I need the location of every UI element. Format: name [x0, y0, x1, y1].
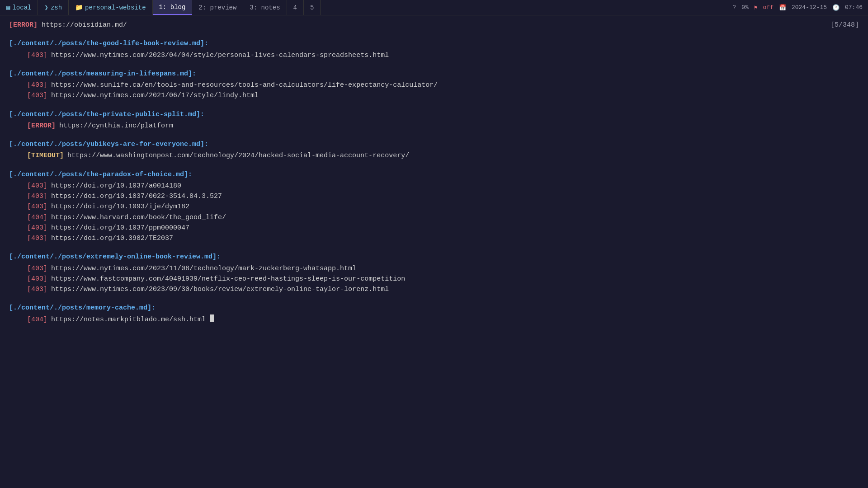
- status-code-error: [ERROR]: [27, 121, 56, 131]
- tab-4-label: 4: [293, 4, 297, 11]
- top-error-tag: [ERROR]: [9, 21, 38, 29]
- url: https://www.nytimes.com/2021/06/17/style…: [51, 90, 259, 101]
- url: https://www.harvard.com/book/the_good_li…: [51, 212, 226, 223]
- log-line: [403] https://doi.org/10.1093/ije/dym182: [9, 202, 859, 212]
- url: https://doi.org/10.1093/ije/dym182: [51, 202, 189, 212]
- status-code: [403]: [27, 223, 47, 233]
- status-code: [403]: [27, 191, 47, 202]
- top-error-row: [ERROR] https://obisidian.md/ [5/348]: [9, 20, 859, 30]
- log-line: [403] https://www.sunlife.ca/en/tools-an…: [9, 80, 859, 90]
- log-line: [TIMEOUT] https://www.washingtonpost.com…: [9, 150, 859, 161]
- tab-local-label: local: [12, 4, 31, 11]
- url: https://doi.org/10.1037/0022-3514.84.3.5…: [51, 191, 222, 202]
- cpu-percent: 0%: [741, 4, 749, 11]
- status-code: [404]: [27, 212, 47, 223]
- url: https://notes.markpitblado.me/ssh.html: [51, 314, 206, 325]
- terminal-cursor: [210, 314, 214, 322]
- log-line: [403] https://doi.org/10.1037/a0014180: [9, 181, 859, 191]
- url: https://www.fastcompany.com/40491939/net…: [51, 274, 405, 284]
- log-line: [403] https://www.nytimes.com/2023/04/04…: [9, 50, 859, 61]
- url: https://doi.org/10.1037/ppm0000047: [51, 223, 189, 233]
- url: https://www.nytimes.com/2023/09/30/books…: [51, 284, 389, 295]
- calendar-icon: 📅: [779, 4, 786, 11]
- tab-preview-label: 2: preview: [198, 4, 236, 11]
- wifi-status: off: [763, 4, 774, 11]
- url: https://cynthia.inc/platform: [59, 121, 173, 131]
- section-2-header: [./content/./posts/measuring-in-lifespan…: [9, 69, 859, 79]
- tab-zsh[interactable]: ❯ zsh: [38, 0, 69, 15]
- status-code: [403]: [27, 181, 47, 191]
- tab-personal-website[interactable]: 📁 personal-website: [69, 0, 152, 15]
- log-line: [403] https://www.fastcompany.com/404919…: [9, 274, 859, 284]
- top-error-line: [ERROR] https://obisidian.md/: [9, 20, 127, 30]
- section-7-header: [./content/./posts/memory-cache.md]:: [9, 303, 859, 313]
- terminal-content: [ERROR] https://obisidian.md/ [5/348] [.…: [0, 15, 868, 329]
- tab-zsh-label: zsh: [51, 4, 62, 11]
- url: https://www.washingtonpost.com/technolog…: [67, 150, 409, 161]
- url: https://www.nytimes.com/2023/11/08/techn…: [51, 263, 356, 274]
- status-code: [403]: [27, 202, 47, 212]
- status-code: [403]: [27, 274, 47, 284]
- status-code: [403]: [27, 233, 47, 244]
- url: https://doi.org/10.1037/a0014180: [51, 181, 181, 191]
- clock-icon: 🕐: [832, 4, 840, 11]
- status-code: [403]: [27, 284, 47, 295]
- status-code: [403]: [27, 50, 47, 61]
- time-display: 07:46: [845, 4, 863, 11]
- status-code: [403]: [27, 80, 47, 90]
- url: https://doi.org/10.3982/TE2037: [51, 233, 173, 244]
- url: https://www.nytimes.com/2023/04/04/style…: [51, 50, 389, 61]
- tab-4[interactable]: 4: [287, 0, 304, 15]
- url: https://www.sunlife.ca/en/tools-and-reso…: [51, 80, 438, 90]
- question-mark: ?: [732, 4, 736, 11]
- folder-icon: 📁: [75, 4, 83, 11]
- tab-blog[interactable]: 1: blog: [153, 0, 193, 15]
- top-error-url: https://obisidian.md/: [42, 21, 127, 29]
- log-line: [404] https://www.harvard.com/book/the_g…: [9, 212, 859, 223]
- status-code-timeout: [TIMEOUT]: [27, 150, 64, 161]
- tab-bar: ▦ local ❯ zsh 📁 personal-website 1: blog…: [0, 0, 868, 15]
- log-line: [403] https://doi.org/10.1037/ppm0000047: [9, 223, 859, 233]
- tab-right-info: ? 0% ⚑ off 📅 2024-12-15 🕐 07:46: [727, 0, 868, 15]
- tab-5-label: 5: [310, 4, 314, 11]
- zsh-icon: ❯: [44, 4, 48, 11]
- log-line: [403] https://doi.org/10.3982/TE2037: [9, 233, 859, 244]
- date-display: 2024-12-15: [792, 4, 827, 11]
- section-6-header: [./content/./posts/extremely-online-book…: [9, 252, 859, 262]
- wifi-off-icon: ⚑: [754, 4, 758, 11]
- section-4-header: [./content/./posts/yubikeys-are-for-ever…: [9, 139, 859, 150]
- section-3-header: [./content/./posts/the-private-public-sp…: [9, 109, 859, 120]
- log-line: [403] https://www.nytimes.com/2023/09/30…: [9, 284, 859, 295]
- log-line: [404] https://notes.markpitblado.me/ssh.…: [9, 314, 859, 325]
- section-1-header: [./content/./posts/the-good-life-book-re…: [9, 38, 859, 49]
- status-code: [403]: [27, 90, 47, 101]
- tab-preview[interactable]: 2: preview: [192, 0, 243, 15]
- status-code: [403]: [27, 263, 47, 274]
- log-line: [ERROR] https://cynthia.inc/platform: [9, 121, 859, 131]
- tab-local[interactable]: ▦ local: [0, 0, 38, 15]
- log-line: [403] https://www.nytimes.com/2023/11/08…: [9, 263, 859, 274]
- section-5-header: [./content/./posts/the-paradox-of-choice…: [9, 169, 859, 180]
- tab-notes[interactable]: 3: notes: [243, 0, 287, 15]
- tab-5[interactable]: 5: [304, 0, 321, 15]
- log-line: [403] https://www.nytimes.com/2021/06/17…: [9, 90, 859, 101]
- tab-blog-label: 1: blog: [159, 4, 186, 11]
- tab-notes-label: 3: notes: [250, 4, 280, 11]
- grid-icon: ▦: [6, 4, 10, 11]
- line-count: [5/348]: [830, 20, 859, 30]
- status-code: [404]: [27, 314, 47, 325]
- log-line: [403] https://doi.org/10.1037/0022-3514.…: [9, 191, 859, 202]
- tab-personal-website-label: personal-website: [85, 4, 146, 11]
